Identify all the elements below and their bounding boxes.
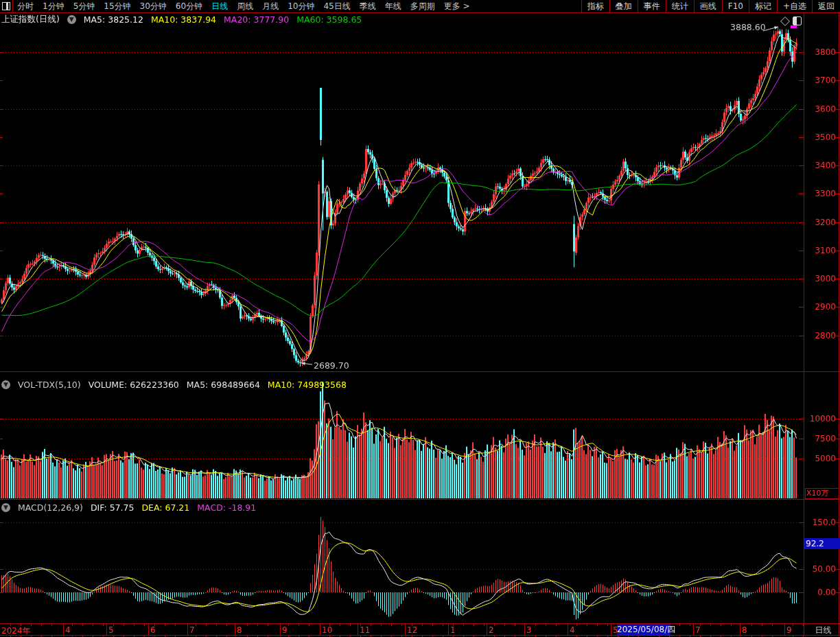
toolbar-button-5[interactable]: F10	[722, 0, 749, 12]
selected-date-box: 2025/05/08/四	[617, 624, 670, 635]
ma-label-0: MA5: 3825.12	[84, 14, 143, 25]
price-axis-label: 3700	[806, 76, 836, 85]
month-axis-label: 7	[189, 625, 195, 635]
toolbar-button-0[interactable]: 指标	[581, 0, 609, 12]
volume-axis-label: 7500	[806, 434, 836, 443]
tab-period-0[interactable]: 分时	[17, 0, 34, 12]
macd-header-seg-0: MACD(12,26,9)	[18, 502, 83, 513]
month-axis-label: 4	[65, 625, 71, 635]
axis-mouse-value-box: 92.2	[804, 538, 840, 549]
menu-divider	[12, 0, 13, 12]
tab-period-6[interactable]: 日线	[211, 0, 228, 12]
tab-period-13[interactable]: 多周期	[410, 0, 435, 12]
tab-period-11[interactable]: 季线	[360, 0, 376, 12]
macd-header-seg-1: DIF: 57.75	[91, 502, 135, 513]
tab-period-7[interactable]: 周线	[237, 0, 253, 12]
tab-period-2[interactable]: 5分钟	[73, 0, 95, 12]
toolbar-button-1[interactable]: 叠加	[609, 0, 638, 12]
year-label: 2024年	[1, 625, 31, 637]
tab-period-1[interactable]: 1分钟	[43, 0, 65, 12]
window-icon[interactable]	[2, 2, 10, 10]
layout-panel-icon[interactable]	[793, 16, 802, 25]
app-window: 分时1分钟5分钟15分钟30分钟60分钟日线周线月线10分钟45日线季线年线多周…	[0, 0, 840, 637]
price-axis-label: 2800	[806, 331, 836, 340]
tab-period-8[interactable]: 月线	[262, 0, 279, 12]
month-axis-label: 3	[526, 625, 532, 635]
price-axis-label: 3300	[806, 189, 836, 198]
month-axis-label: 5	[108, 625, 114, 635]
toolbar-button-6[interactable]: 标记	[749, 0, 777, 12]
macd-axis-label: 50.00	[806, 564, 836, 574]
month-axis-label: 12	[407, 625, 417, 635]
price-axis-label: 3000	[806, 274, 836, 283]
volume-header-seg-3: MA10: 749893568	[268, 380, 347, 390]
tab-period-9[interactable]: 10分钟	[288, 0, 314, 12]
macd-value-labels: MACD(12,26,9)DIF: 57.75DEA: 67.21MACD: -…	[18, 502, 256, 513]
macd-header-seg-2: DEA: 67.21	[141, 502, 189, 513]
macd-axis-label: 150.0	[806, 518, 836, 527]
tab-period-4[interactable]: 30分钟	[140, 0, 167, 12]
chevron-down-icon[interactable]: ▼	[1, 503, 10, 512]
month-axis-label: 9	[786, 625, 792, 635]
macd-header-seg-3: MACD: -18.91	[197, 502, 256, 513]
symbol-title: 上证指数(日线)	[1, 14, 60, 25]
top-menu-bar: 分时1分钟5分钟15分钟30分钟60分钟日线周线月线10分钟45日线季线年线多周…	[0, 0, 840, 13]
volume-unit-label: X10万	[805, 488, 839, 499]
tab-period-3[interactable]: 15分钟	[104, 0, 130, 12]
tab-period-14[interactable]: 更多 >	[444, 0, 470, 12]
tab-period-12[interactable]: 年线	[385, 0, 401, 12]
month-axis-label: 11	[360, 625, 370, 635]
price-axis-label: 3100	[806, 246, 836, 255]
price-axis-label: 3200	[806, 218, 836, 227]
chevron-down-icon[interactable]: ▼	[1, 380, 10, 389]
high-price-annotation: 3888.60	[730, 22, 766, 32]
tab-period-10[interactable]: 45日线	[323, 0, 350, 12]
main-chart-header: 上证指数(日线) ▼ MA5: 3825.12MA10: 3837.94MA20…	[1, 14, 362, 25]
volume-pane-header: ▼ VOL-TDX(5,10)VOLUME: 626223360MA5: 698…	[1, 380, 347, 390]
chevron-down-icon[interactable]: ▼	[67, 15, 76, 24]
price-axis-label: 2900	[806, 302, 836, 312]
month-axis-label: 9	[282, 625, 288, 635]
volume-header-seg-2: MA5: 698489664	[187, 380, 260, 390]
month-axis-label: 4	[570, 625, 575, 635]
toolbar-button-8[interactable]: 返回	[812, 0, 840, 12]
volume-axis-label: 5000	[806, 454, 836, 463]
toolbar-button-4[interactable]: 画线	[694, 0, 722, 12]
month-axis-label: 2	[489, 625, 494, 635]
macd-axis-label: 0.00	[806, 588, 836, 597]
toolbar-button-7[interactable]: +自选	[777, 0, 812, 12]
month-axis-label: 6	[150, 625, 156, 635]
volume-header-seg-1: VOLUME: 626223360	[89, 380, 179, 390]
ma-label-2: MA20: 3777.90	[224, 14, 289, 25]
price-axis-label: 3400	[806, 161, 836, 170]
price-axis-label: 3800	[806, 47, 836, 57]
period-corner-label: 日线	[808, 625, 839, 636]
ma-label-3: MA60: 3598.65	[296, 14, 362, 25]
toolbar-button-2[interactable]: 事件	[638, 0, 666, 12]
volume-axis-label: 10000	[806, 414, 836, 424]
period-tabs: 分时1分钟5分钟15分钟30分钟60分钟日线周线月线10分钟45日线季线年线多周…	[17, 0, 470, 12]
toolbar-buttons: 指标叠加事件统计画线F10标记+自选返回	[581, 0, 840, 12]
month-axis-label: 7	[695, 625, 701, 635]
tab-period-5[interactable]: 60分钟	[176, 0, 202, 12]
month-axis-label: 1	[450, 625, 456, 635]
month-axis-label: 10	[322, 625, 332, 635]
volume-header-seg-0: VOL-TDX(5,10)	[18, 380, 81, 390]
price-axis-label: 3600	[806, 104, 836, 114]
magenta-price-marker	[791, 25, 797, 28]
price-axis-label: 3500	[806, 132, 836, 142]
ma-value-labels: MA5: 3825.12MA10: 3837.94MA20: 3777.90MA…	[84, 14, 362, 25]
low-price-annotation: 2689.70	[314, 360, 349, 371]
macd-pane-header: ▼ MACD(12,26,9)DIF: 57.75DEA: 67.21MACD:…	[1, 502, 256, 513]
month-axis-label: 8	[742, 625, 747, 635]
volume-value-labels: VOL-TDX(5,10)VOLUME: 626223360MA5: 69848…	[18, 380, 347, 390]
month-axis-label: 8	[237, 625, 242, 635]
ma-label-1: MA10: 3837.94	[151, 14, 216, 25]
chart-canvas[interactable]	[0, 0, 840, 637]
toolbar-button-3[interactable]: 统计	[666, 0, 694, 12]
